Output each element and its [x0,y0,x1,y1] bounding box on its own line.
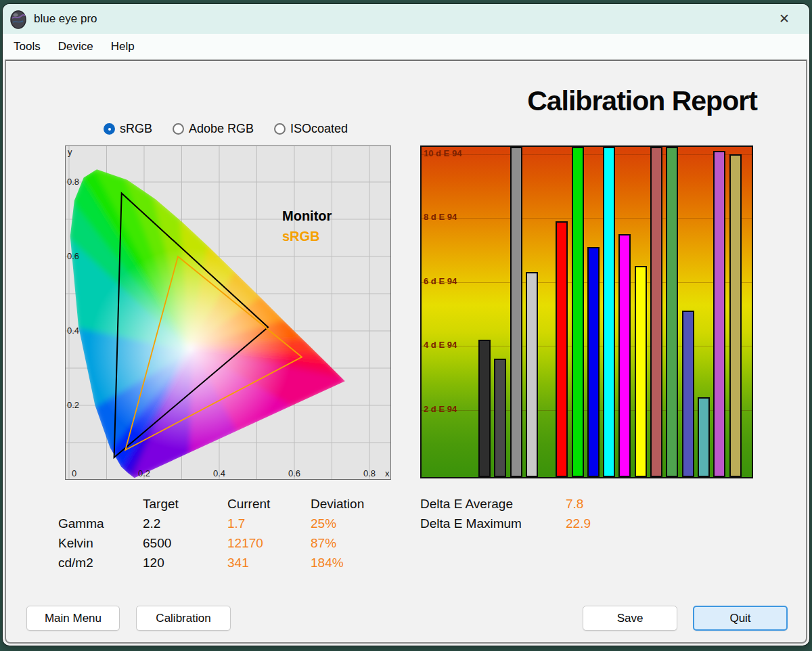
window-title: blue eye pro [34,12,97,26]
cell-cdm2-deviation: 184% [311,556,392,570]
legend-srgb: sRGB [282,229,320,244]
de-bar-khaki [729,154,742,478]
svg-text:0.4: 0.4 [213,468,225,478]
menu-item-help[interactable]: Help [102,35,143,58]
de-grid-label-6: 6 d E 94 [424,276,457,286]
de-bar-teal [698,397,710,477]
svg-text:0.4: 0.4 [67,326,79,336]
cell-kelvin-deviation: 87% [311,536,392,551]
de-grid-label-4: 4 d E 94 [424,340,457,350]
de-grid-label-2: 2 d E 94 [424,404,457,414]
cell-kelvin-current: 12170 [227,536,311,551]
radio-option-isocoated[interactable]: ISOcoated [274,122,348,136]
de-bar-gray-dark-1 [478,340,491,477]
de-bar-cyan [603,147,615,477]
de-bar-magenta [618,234,631,477]
svg-text:y: y [68,147,72,157]
radio-label: Adobe RGB [189,122,254,136]
de-gridline-8 [422,218,752,219]
menu-item-device[interactable]: Device [49,35,102,58]
de-bar-slate-blue [682,311,694,477]
table-header-current: Current [227,497,311,512]
close-icon[interactable]: ✕ [775,10,793,28]
save-button[interactable]: Save [583,606,677,631]
calibration-button[interactable]: Calibration [136,606,231,631]
delta-e-maximum-label: Delta E Maximum [420,516,566,531]
svg-text:0.6: 0.6 [288,468,300,478]
table-header-target: Target [143,497,227,512]
cell-gamma-current: 1.7 [227,516,311,531]
de-bar-gray-mid [510,147,522,477]
svg-text:0.2: 0.2 [67,400,79,410]
radio-label: ISOcoated [290,122,348,136]
cell-gamma-deviation: 25% [311,516,392,531]
de-bar-orchid [713,151,725,477]
delta-e-average-row: Delta E Average 7.8 [420,494,591,514]
delta-e-maximum-value: 22.9 [566,516,591,531]
cie-chromaticity-chart: yx00.20.40.60.80.20.40.60.8 MonitorsRGB [65,145,391,480]
de-bar-gray-light [526,272,538,477]
svg-text:0.2: 0.2 [138,468,150,478]
de-gridline-10 [422,154,752,155]
svg-text:x: x [385,468,390,478]
cie-legend: MonitorsRGB [282,208,332,244]
report-title: Calibration Report [480,85,805,117]
delta-e-average-label: Delta E Average [420,497,566,512]
svg-text:0: 0 [72,468,76,478]
row-label-gamma: Gamma [58,516,143,531]
svg-text:0.8: 0.8 [67,177,79,187]
cell-kelvin-target: 6500 [143,536,227,551]
radio-icon[interactable] [274,123,286,135]
de-bar-leaf-green [666,147,678,477]
desktop: { "window": { "title": "blue eye pro", "… [0,0,812,651]
radio-label: sRGB [120,122,152,136]
de-bar-red [556,221,568,477]
de-bar-brick [650,147,662,477]
radio-option-srgb[interactable]: sRGB [104,122,152,136]
de-bar-yellow [635,266,647,477]
radio-icon[interactable] [173,123,184,135]
cell-gamma-target: 2.2 [143,516,227,531]
svg-text:0.8: 0.8 [363,468,376,478]
svg-text:0.6: 0.6 [67,251,79,261]
radio-icon-selected[interactable] [104,123,115,135]
delta-e-bar-chart: 10 d E 948 d E 946 d E 944 d E 942 d E 9… [420,145,753,478]
row-label-kelvin: Kelvin [58,536,143,551]
de-bar-gray-dark-2 [494,359,506,477]
cell-cdm2-current: 341 [227,556,311,570]
quit-button[interactable]: Quit [693,606,788,631]
menu-item-tools[interactable]: Tools [5,35,49,58]
de-bar-green [572,147,584,477]
radio-option-adobe-rgb[interactable]: Adobe RGB [173,122,254,136]
cell-cdm2-target: 120 [143,556,227,570]
row-label-cdm2: cd/m2 [58,556,143,570]
menu-bar: ToolsDeviceHelp [3,34,809,60]
app-icon [9,9,27,29]
de-grid-label-10: 10 d E 94 [424,148,461,158]
legend-monitor: Monitor [282,208,332,223]
profile-radio-group: sRGBAdobe RGBISOcoated [104,122,348,136]
content-area: sRGBAdobe RGBISOcoated Calibration Repor… [5,60,807,644]
main-menu-button[interactable]: Main Menu [26,606,120,631]
measurement-table: TargetCurrentDeviationGamma2.21.725%Kelv… [58,494,392,573]
table-header-deviation: Deviation [311,497,392,512]
delta-e-summary: Delta E Average 7.8 Delta E Maximum 22.9 [420,494,591,533]
de-grid-label-8: 8 d E 94 [424,212,457,222]
de-bar-blue [587,247,600,477]
title-bar[interactable]: blue eye pro ✕ [3,4,809,34]
delta-e-maximum-row: Delta E Maximum 22.9 [420,514,591,533]
app-window: blue eye pro ✕ ToolsDeviceHelp sRGBAdobe… [3,4,809,646]
delta-e-average-value: 7.8 [566,497,583,512]
